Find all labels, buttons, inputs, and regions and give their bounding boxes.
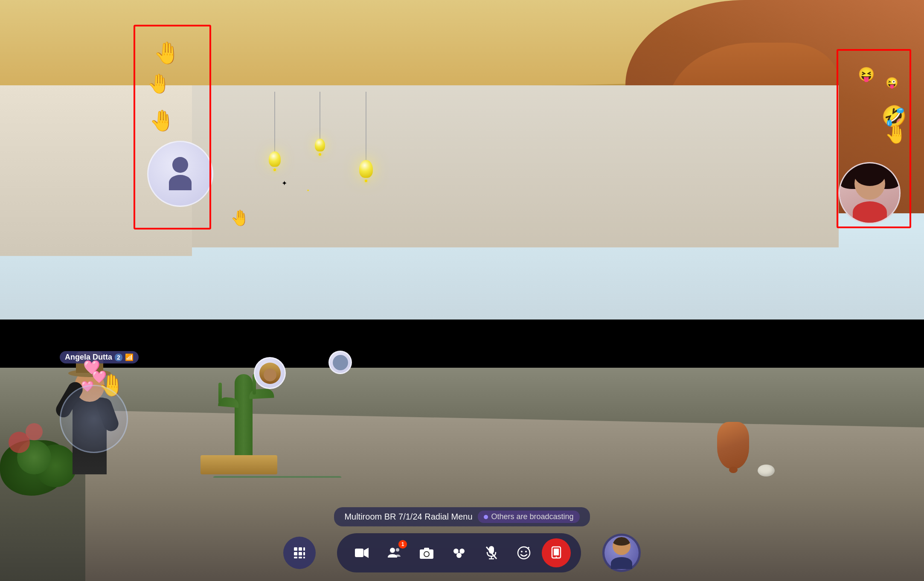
light-dot-1: ✦ — [282, 179, 287, 187]
svg-point-19 — [456, 553, 462, 558]
people-button[interactable]: 1 — [380, 538, 409, 567]
camera-button[interactable] — [412, 538, 441, 567]
svg-point-15 — [424, 552, 429, 556]
small-avatar-center — [254, 357, 286, 389]
wave-emoji-small: 🤚 — [230, 209, 250, 227]
right-emoji-small-1: 😝 — [858, 66, 875, 82]
wave-emoji-3: 🤚 — [149, 109, 175, 133]
svg-rect-2 — [303, 547, 305, 551]
effects-icon — [452, 547, 466, 559]
svg-point-26 — [521, 551, 523, 552]
right-wave-emoji: 🤚 — [885, 124, 907, 145]
camera-icon — [420, 547, 433, 559]
svg-rect-5 — [303, 552, 305, 555]
broadcast-dot-icon — [484, 515, 488, 519]
white-pot — [758, 465, 775, 476]
placeholder-avatar-circle — [147, 141, 213, 207]
svg-rect-9 — [355, 549, 363, 557]
name-tag-signal-icon: 📶 — [125, 353, 134, 361]
toolbar-main-row: 1 — [283, 533, 641, 572]
effects-button[interactable] — [445, 538, 474, 567]
avatar-btn-inner — [604, 536, 639, 570]
svg-rect-4 — [299, 552, 302, 555]
svg-rect-6 — [294, 557, 297, 558]
broadcasting-text: Others are broadcasting — [491, 512, 574, 521]
people-icon — [388, 546, 401, 559]
vase — [717, 422, 749, 475]
svg-point-11 — [390, 548, 395, 553]
svg-point-18 — [459, 549, 465, 554]
svg-rect-0 — [294, 547, 297, 551]
mute-button[interactable] — [477, 538, 506, 567]
svg-rect-7 — [299, 557, 302, 558]
right-emoji-small-2: 😜 — [886, 77, 898, 89]
svg-rect-1 — [299, 547, 302, 551]
broadcasting-status: Others are broadcasting — [478, 511, 580, 523]
emoji-icon — [517, 546, 531, 560]
bench — [200, 455, 277, 474]
light-dot-2: • — [307, 188, 309, 194]
grid-menu-button[interactable] — [283, 537, 316, 569]
my-avatar-button[interactable] — [602, 534, 641, 572]
multiroom-label: Multiroom BR 7/1/24 Radial Menu — [344, 512, 472, 522]
mute-icon — [485, 546, 497, 560]
floor-marking — [213, 476, 342, 478]
svg-rect-8 — [303, 557, 305, 558]
grid-icon — [293, 546, 306, 560]
wave-emoji-2: 🤚 — [147, 73, 171, 95]
svg-marker-10 — [364, 548, 369, 558]
svg-rect-29 — [554, 549, 559, 555]
emoji-reaction-button[interactable] — [509, 538, 538, 567]
svg-point-27 — [525, 551, 527, 552]
broadcast-icon — [550, 546, 562, 560]
svg-point-30 — [556, 557, 557, 558]
hanging-lights — [269, 92, 373, 182]
broadcasting-avatar-circle — [839, 162, 901, 224]
svg-point-12 — [396, 548, 399, 552]
people-notification-badge: 1 — [398, 540, 407, 549]
video-icon — [355, 547, 369, 559]
name-tag-level: 2 — [115, 354, 122, 361]
toolbar-pills: 1 — [337, 533, 581, 572]
tiny-avatar-far — [328, 351, 352, 374]
portal-circle-left — [60, 385, 128, 453]
toolbar-container: Multiroom BR 7/1/24 Radial Menu Others a… — [0, 517, 924, 581]
cactus — [235, 374, 253, 468]
wave-emoji-1: 🤚 — [154, 41, 180, 65]
video-button[interactable] — [347, 538, 376, 567]
vr-scene: ✦ • — [0, 0, 924, 581]
broadcast-button[interactable] — [542, 538, 571, 567]
toolbar-status-bar[interactable]: Multiroom BR 7/1/24 Radial Menu Others a… — [334, 507, 590, 526]
svg-point-17 — [453, 549, 459, 554]
svg-rect-3 — [294, 552, 297, 555]
svg-rect-16 — [424, 548, 429, 551]
